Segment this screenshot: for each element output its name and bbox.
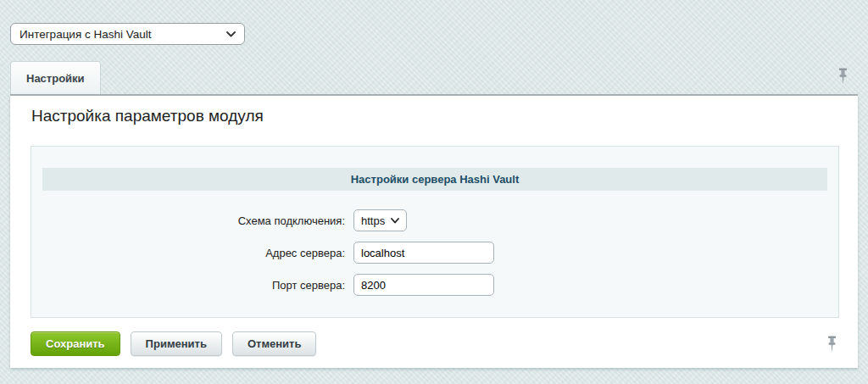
content-panel: Настройка параметров модуля Настройки се… — [10, 94, 858, 368]
form-row-address: Адрес сервера: — [31, 242, 838, 264]
server-port-input[interactable] — [353, 274, 494, 296]
field-label-scheme: Схема подключения: — [31, 214, 353, 227]
save-button[interactable]: Сохранить — [31, 331, 120, 356]
chevron-down-icon — [391, 218, 399, 224]
scheme-select[interactable]: https — [353, 209, 407, 231]
field-label-address: Адрес сервера: — [31, 247, 353, 259]
chevron-down-icon — [226, 31, 236, 37]
section-header: Настройки сервера Hashi Vault — [42, 168, 827, 191]
tab-settings[interactable]: Настройки — [10, 61, 101, 94]
module-select-value: Интеграция с Hashi Vault — [19, 28, 152, 41]
pin-icon[interactable] — [826, 336, 837, 353]
module-select[interactable]: Интеграция с Hashi Vault — [10, 23, 245, 45]
form-rows: Схема подключения: https Адрес сервера: — [31, 209, 838, 296]
page: Интеграция с Hashi Vault Настройки Настр… — [0, 0, 868, 384]
apply-button[interactable]: Применить — [131, 331, 222, 356]
settings-form: Настройки сервера Hashi Vault Схема подк… — [31, 146, 839, 318]
pin-icon[interactable] — [837, 68, 849, 86]
server-address-input[interactable] — [353, 242, 494, 264]
form-row-scheme: Схема подключения: https — [31, 209, 838, 231]
tab-label: Настройки — [26, 72, 85, 85]
field-label-port: Порт сервера: — [31, 279, 353, 292]
page-title: Настройка параметров модуля — [31, 107, 264, 125]
form-row-port: Порт сервера: — [31, 274, 838, 296]
scheme-select-value: https — [361, 214, 385, 227]
button-bar: Сохранить Применить Отменить — [31, 331, 316, 356]
cancel-button[interactable]: Отменить — [232, 331, 317, 356]
